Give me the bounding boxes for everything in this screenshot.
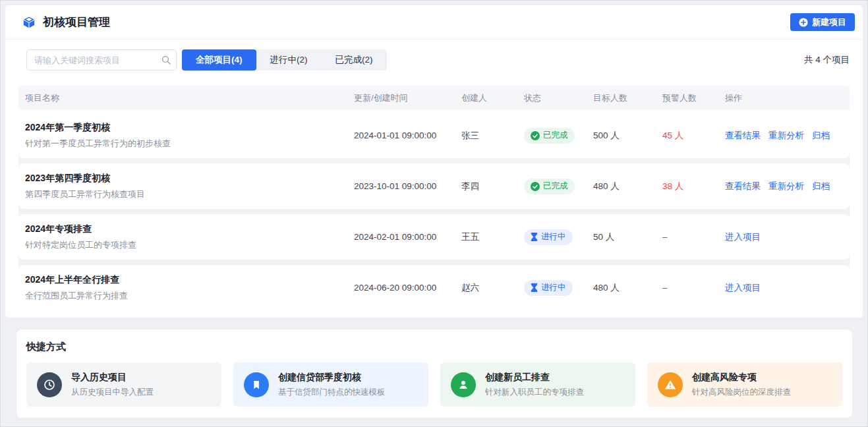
table-row: 2024年第一季度初核 针对第一季度员工异常行为的初步核查 2024-01-01… (18, 113, 850, 158)
search-input[interactable] (26, 49, 177, 71)
row-actions: 查看结果重新分析归档 (725, 130, 850, 142)
shortcut-description: 基于信贷部门特点的快速模板 (278, 387, 386, 398)
target-count: 500 人 (593, 130, 662, 142)
project-time: 2024-01-01 09:00:00 (354, 130, 461, 140)
column-header: 目标人数 (593, 92, 662, 104)
project-table: 项目名称更新/创建时间创建人状态目标人数预警人数操作 2024年第一季度初核 针… (18, 86, 850, 310)
search-icon (161, 55, 171, 65)
target-count: 50 人 (593, 231, 662, 243)
action-enter-project[interactable]: 进入项目 (725, 282, 761, 294)
shortcuts-panel: 快捷方式 导入历史项目 从历史项目中导入配置 创建信贷部季度初核 基于信贷部门特… (16, 329, 852, 418)
shortcut-description: 针对高风险岗位的深度排查 (692, 387, 791, 398)
project-description: 全行范围员工异常行为排查 (25, 290, 354, 302)
new-project-button[interactable]: 新建项目 (790, 13, 855, 31)
column-header: 状态 (524, 92, 593, 104)
project-description: 针对第一季度员工异常行为的初步核查 (25, 138, 354, 150)
table-row: 2024年专项排查 针对特定岗位员工的专项排查 2024-02-01 09:00… (18, 214, 850, 260)
shortcut-card[interactable]: 创建信贷部季度初核 基于信贷部门特点的快速模板 (233, 362, 428, 407)
target-count: 480 人 (593, 282, 662, 294)
column-header: 创建人 (461, 92, 524, 104)
warning-count: 38 人 (662, 181, 725, 192)
project-description: 针对特定岗位员工的专项排查 (25, 239, 354, 251)
shortcut-cards: 导入历史项目 从历史项目中导入配置 创建信贷部季度初核 基于信贷部门特点的快速模… (26, 362, 842, 407)
action-view-results[interactable]: 查看结果 (725, 130, 761, 142)
action-archive[interactable]: 归档 (812, 181, 830, 192)
project-name: 2024年第一季度初核 (25, 122, 354, 134)
shortcut-title: 创建信贷部季度初核 (278, 372, 386, 384)
status-badge: 已完成 (524, 179, 575, 194)
main-panel: 初核项目管理 新建项目 全部项目(4)进行中(2)已完成(2) 共 4 个项目 (5, 5, 863, 318)
status-badge: 进行中 (524, 280, 573, 296)
row-actions: 查看结果重新分析归档 (725, 181, 850, 192)
action-reanalyze[interactable]: 重新分析 (768, 130, 804, 142)
project-name: 2024年上半年全行排查 (25, 274, 354, 286)
warning-count: – (662, 283, 725, 293)
column-header: 更新/创建时间 (354, 92, 461, 104)
shortcut-description: 从历史项目中导入配置 (71, 387, 154, 398)
search-box (26, 49, 177, 71)
project-name: 2023年第四季度初核 (25, 173, 354, 185)
column-header: 操作 (725, 92, 850, 104)
shortcut-card[interactable]: 导入历史项目 从历史项目中导入配置 (26, 362, 221, 407)
shortcuts-title: 快捷方式 (26, 341, 842, 353)
action-archive[interactable]: 归档 (812, 130, 830, 142)
action-view-results[interactable]: 查看结果 (725, 181, 761, 192)
project-time: 2024-02-01 09:00:00 (354, 232, 461, 242)
shortcut-card[interactable]: 创建高风险专项 针对高风险岗位的深度排查 (647, 362, 842, 407)
clock-icon (37, 372, 62, 397)
project-creator: 赵六 (461, 282, 524, 294)
status-badge: 已完成 (524, 128, 575, 144)
check-circle-icon (531, 182, 540, 191)
check-circle-icon (531, 131, 540, 140)
user-icon (451, 372, 476, 397)
plus-circle-icon (799, 18, 808, 27)
column-header: 项目名称 (18, 92, 354, 104)
project-description: 第四季度员工异常行为核查项目 (25, 188, 354, 200)
warning-triangle-icon (658, 372, 683, 397)
hourglass-icon (531, 283, 538, 292)
shortcut-title: 创建高风险专项 (692, 372, 791, 384)
shortcut-title: 创建新员工排查 (485, 372, 584, 384)
filter-tab[interactable]: 已完成(2) (322, 49, 387, 71)
table-row: 2023年第四季度初核 第四季度员工异常行为核查项目 2023-10-01 09… (18, 163, 850, 209)
shortcut-description: 针对新入职员工的专项排查 (485, 387, 584, 398)
total-count: 共 4 个项目 (804, 54, 850, 66)
shortcut-card[interactable]: 创建新员工排查 针对新入职员工的专项排查 (440, 362, 635, 407)
filter-tabs: 全部项目(4)进行中(2)已完成(2) (182, 49, 387, 71)
toolbar: 全部项目(4)进行中(2)已完成(2) 共 4 个项目 (5, 40, 863, 71)
table-body: 2024年第一季度初核 针对第一季度员工异常行为的初步核查 2024-01-01… (18, 113, 850, 310)
warning-count: 45 人 (662, 130, 725, 142)
filter-tab[interactable]: 进行中(2) (256, 49, 322, 71)
table-header: 项目名称更新/创建时间创建人状态目标人数预警人数操作 (18, 86, 850, 110)
project-time: 2024-06-20 09:00:00 (354, 283, 461, 293)
filter-tab[interactable]: 全部项目(4) (182, 49, 256, 71)
cube-icon (22, 15, 36, 30)
column-header: 预警人数 (662, 92, 725, 104)
action-enter-project[interactable]: 进入项目 (725, 231, 761, 243)
target-count: 480 人 (593, 181, 662, 192)
row-actions: 进入项目 (725, 282, 850, 294)
row-actions: 进入项目 (725, 231, 850, 243)
action-reanalyze[interactable]: 重新分析 (768, 181, 804, 192)
project-creator: 王五 (461, 231, 524, 243)
page-title: 初核项目管理 (43, 14, 110, 30)
status-badge: 进行中 (524, 229, 573, 245)
project-creator: 张三 (461, 130, 524, 142)
bookmark-icon (244, 372, 269, 397)
project-time: 2023-10-01 09:00:00 (354, 181, 461, 191)
warning-count: – (662, 232, 725, 242)
table-row: 2024年上半年全行排查 全行范围员工异常行为排查 2024-06-20 09:… (18, 265, 850, 310)
project-name: 2024年专项排查 (25, 223, 354, 235)
hourglass-icon (531, 233, 538, 241)
shortcut-title: 导入历史项目 (71, 372, 154, 384)
project-creator: 李四 (461, 181, 524, 192)
app-header: 初核项目管理 新建项目 (5, 5, 863, 40)
